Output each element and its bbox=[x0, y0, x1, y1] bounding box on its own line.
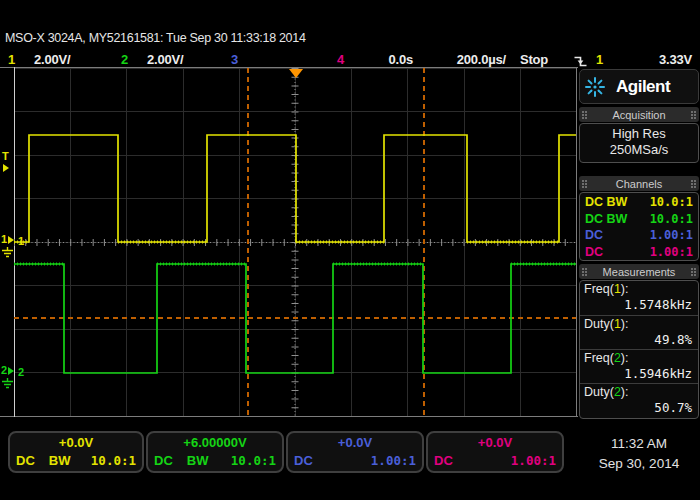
clock: 11:32 AM Sep 30, 2014 bbox=[580, 434, 698, 474]
ch1-coupling-label: DC bbox=[16, 453, 35, 468]
measurements-box: Freq(1): 1.5748kHz Duty(1): 49.8% Freq(2… bbox=[579, 280, 699, 419]
measurement-freq2: Freq(2): 1.5946kHz bbox=[580, 349, 698, 383]
ch2-coupling-label: DC bbox=[154, 453, 173, 468]
meas-label-text: ): bbox=[621, 351, 629, 365]
ch3-status-box[interactable]: +0.0V DC1.00:1 bbox=[286, 431, 424, 473]
trigger-level-marker[interactable]: T bbox=[2, 151, 9, 162]
ch2-offset: +6.00000V bbox=[148, 435, 282, 450]
ch1-ingrid-label: 1 bbox=[18, 236, 24, 247]
meas-label-text: Freq( bbox=[584, 351, 614, 365]
date-text: Sep 30, 2014 bbox=[580, 454, 698, 474]
status-timebase[interactable]: 200.0µs/ bbox=[430, 52, 506, 67]
brand-name: Agilent bbox=[616, 77, 670, 97]
ch1-bw-label: BW bbox=[49, 453, 71, 468]
channel-row-4: DC 1.00:1 bbox=[580, 244, 698, 261]
acquisition-mode: High Res bbox=[580, 126, 698, 142]
grip-icon bbox=[581, 267, 588, 276]
status-ch1-number[interactable]: 1 bbox=[8, 52, 15, 67]
ch1-probe-label: 10.0:1 bbox=[91, 453, 136, 468]
brand-logo: Agilent bbox=[579, 69, 699, 104]
ch2-probe-label: 10.0:1 bbox=[231, 453, 276, 468]
time-text: 11:32 AM bbox=[580, 434, 698, 454]
status-delay[interactable]: 0.0s bbox=[368, 52, 413, 67]
ch4-coupling-label: DC bbox=[434, 453, 453, 468]
ch1-probe-ratio: 10.0:1 bbox=[650, 195, 693, 209]
meas-value: 49.8% bbox=[584, 332, 694, 347]
grip-icon bbox=[581, 179, 588, 188]
status-trigger-level[interactable]: 3.33V bbox=[640, 52, 692, 67]
ch2-bw-label: BW bbox=[187, 453, 209, 468]
ch2-coupling: DC BW bbox=[585, 212, 627, 226]
measurement-freq1: Freq(1): 1.5748kHz bbox=[580, 281, 698, 315]
ch4-probe-label: 1.00:1 bbox=[511, 453, 556, 468]
meas-channel-ref: 1 bbox=[614, 282, 621, 296]
ch2-ground-arrow-icon bbox=[8, 367, 14, 375]
ch2-ingrid-label: 2 bbox=[18, 367, 24, 378]
channels-title: Channels bbox=[588, 178, 690, 190]
grip-icon bbox=[690, 179, 697, 188]
agilent-spark-icon bbox=[580, 73, 610, 101]
meas-value: 50.7% bbox=[584, 400, 694, 415]
ch3-coupling-label: DC bbox=[294, 453, 313, 468]
ch4-status-box[interactable]: +0.0V DC1.00:1 bbox=[426, 431, 564, 473]
acquisition-title: Acquisition bbox=[588, 109, 690, 121]
meas-channel-ref: 1 bbox=[614, 317, 621, 331]
ch2-probe-ratio: 10.0:1 bbox=[650, 212, 693, 226]
status-ch2-scale[interactable]: 2.00V/ bbox=[147, 52, 183, 67]
meas-value: 1.5748kHz bbox=[584, 297, 694, 312]
ch2-ground-marker-label[interactable]: 2 bbox=[1, 365, 7, 376]
trigger-time-marker-icon[interactable] bbox=[289, 69, 303, 78]
ch4-probe-ratio: 1.00:1 bbox=[650, 245, 693, 259]
oscilloscope-screen: MSO-X 3024A, MY52161581: Tue Sep 30 11:3… bbox=[0, 0, 700, 500]
ch3-probe-label: 1.00:1 bbox=[371, 453, 416, 468]
meas-label-text: ): bbox=[621, 282, 629, 296]
ch1-coupling: DC BW bbox=[585, 195, 627, 209]
ch1-ground-marker-label[interactable]: 1 bbox=[1, 234, 7, 245]
meas-label-text: Duty( bbox=[584, 317, 614, 331]
ch1-ground-arrow-icon bbox=[8, 236, 14, 244]
channel-row-1: DC BW 10.0:1 bbox=[580, 194, 698, 211]
ch4-coupling: DC bbox=[585, 245, 603, 259]
channel-row-2: DC BW 10.0:1 bbox=[580, 211, 698, 228]
channels-info-box: DC BW 10.0:1 DC BW 10.0:1 DC 1.00:1 DC 1… bbox=[579, 192, 699, 261]
instrument-title: MSO-X 3024A, MY52161581: Tue Sep 30 11:3… bbox=[5, 31, 306, 45]
grid-right-border bbox=[576, 67, 577, 417]
grip-icon bbox=[690, 110, 697, 119]
status-ch4-number[interactable]: 4 bbox=[337, 52, 344, 67]
grid-bottom-border bbox=[0, 416, 578, 417]
ch1-status-box[interactable]: +0.0V DCBW10.0:1 bbox=[8, 431, 144, 473]
meas-label-text: ): bbox=[621, 317, 629, 331]
meas-channel-ref: 2 bbox=[614, 351, 621, 365]
acquisition-section-header[interactable]: Acquisition bbox=[579, 107, 699, 122]
measurement-duty1: Duty(1): 49.8% bbox=[580, 315, 698, 349]
ch2-status-box[interactable]: +6.00000V DCBW10.0:1 bbox=[146, 431, 284, 473]
measurement-duty2: Duty(2): 50.7% bbox=[580, 383, 698, 417]
status-run-state[interactable]: Stop bbox=[520, 52, 548, 67]
meas-label-text: Duty( bbox=[584, 385, 614, 399]
ch3-coupling: DC bbox=[585, 228, 603, 242]
meas-label-text: ): bbox=[621, 385, 629, 399]
ch1-ground-icon bbox=[1, 247, 14, 259]
meas-value: 1.5946kHz bbox=[584, 366, 694, 381]
measurements-title: Measurements bbox=[588, 266, 690, 278]
grip-icon bbox=[581, 110, 588, 119]
ch4-offset: +0.0V bbox=[428, 435, 562, 450]
acquisition-info-box: High Res 250MSa/s bbox=[579, 123, 699, 163]
meas-label-text: Freq( bbox=[584, 282, 614, 296]
acquisition-sample-rate: 250MSa/s bbox=[580, 142, 698, 158]
grip-icon bbox=[690, 267, 697, 276]
ch3-probe-ratio: 1.00:1 bbox=[650, 228, 693, 242]
channels-section-header[interactable]: Channels bbox=[579, 176, 699, 191]
status-ch1-scale[interactable]: 2.00V/ bbox=[34, 52, 70, 67]
meas-channel-ref: 2 bbox=[614, 385, 621, 399]
ch2-ground-icon bbox=[1, 378, 14, 390]
channel-row-3: DC 1.00:1 bbox=[580, 227, 698, 244]
status-ch2-number[interactable]: 2 bbox=[121, 52, 128, 67]
waveform-display bbox=[14, 68, 576, 416]
trigger-level-arrow-icon[interactable] bbox=[3, 164, 9, 172]
status-trigger-source[interactable]: 1 bbox=[596, 52, 603, 67]
ch3-offset: +0.0V bbox=[288, 435, 422, 450]
measurements-section-header[interactable]: Measurements bbox=[579, 264, 699, 279]
ch1-offset: +0.0V bbox=[10, 435, 142, 450]
status-ch3-number[interactable]: 3 bbox=[231, 52, 238, 67]
